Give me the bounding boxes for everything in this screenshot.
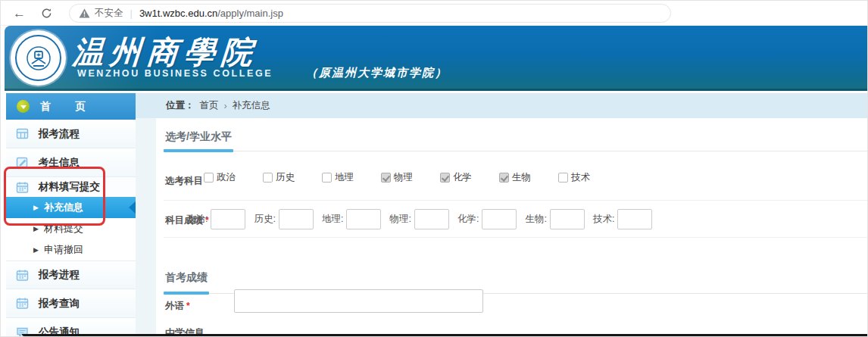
scores-input-row: 政治: 历史: 地理: 物理: 化学:	[186, 209, 660, 229]
submenu-arrow-icon: ▶	[33, 204, 39, 211]
foreign-language-label: 外语*	[165, 300, 190, 313]
sidebar-item-application-query[interactable]: 报考查询	[6, 289, 136, 318]
checkbox-history[interactable]	[263, 173, 273, 183]
sidebar-subitem-material-submit[interactable]: ▶ 材料提交	[6, 218, 136, 239]
checkbox-chemistry[interactable]	[440, 173, 450, 183]
required-asterisk: *	[186, 301, 190, 311]
calendar-icon	[16, 269, 29, 282]
calendar-icon	[16, 297, 29, 310]
sidebar-subitem-withdraw-application[interactable]: ▶ 申请撤回	[6, 239, 136, 261]
sidebar-item-home[interactable]: 首 页	[6, 93, 136, 120]
subject-checkbox-item[interactable]: 地理	[322, 171, 381, 184]
breadcrumb: 位置： 首页 › 补充信息	[136, 93, 868, 118]
subject-checkbox-item[interactable]: 化学	[440, 171, 499, 184]
security-warning-label[interactable]: 不安全	[95, 7, 123, 20]
checkbox-biology[interactable]	[499, 173, 509, 183]
site-header-banner: 温州商學院 WENZHOU BUSINESS COLLEGE （原温州大学城市学…	[5, 26, 868, 91]
sidebar-subitem-label: 补充信息	[44, 201, 83, 214]
main-content: 位置： 首页 › 补充信息 选考/学业水平 选考科目* 政治 历史	[136, 93, 868, 337]
sidebar-item-label: 材料填写提交	[39, 180, 100, 194]
sidebar-item-label: 考生信息	[39, 156, 80, 170]
address-divider: |	[130, 8, 133, 19]
subjects-checkbox-row: 政治 历史 地理 物理 化学	[204, 171, 617, 184]
breadcrumb-home-link[interactable]: 首页	[200, 99, 219, 112]
breadcrumb-separator-icon: ›	[224, 101, 227, 111]
submenu-arrow-icon: ▶	[33, 225, 39, 232]
checkbox-geography[interactable]	[322, 173, 332, 183]
sidebar-item-candidate-info[interactable]: 考生信息	[6, 148, 136, 177]
subject-checkbox-item[interactable]: 政治	[204, 171, 263, 184]
browser-toolbar: ← 不安全 | 3w1t.wzbc.edu.cn /apply/main.jsp	[1, 1, 868, 26]
school-name-english: WENZHOU BUSINESS COLLEGE	[77, 68, 273, 79]
subject-checkbox-item[interactable]: 历史	[263, 171, 322, 184]
school-logo	[11, 30, 66, 86]
sidebar-subitem-label: 申请撤回	[44, 243, 83, 257]
sidebar-subitem-supplementary-info[interactable]: ▶ 补充信息	[6, 197, 136, 218]
score-group-biology: 生物:	[525, 209, 584, 229]
grid-icon	[16, 127, 29, 140]
score-input-physics[interactable]	[414, 209, 449, 229]
browser-window: ← 不安全 | 3w1t.wzbc.edu.cn /apply/main.jsp	[0, 0, 868, 337]
score-group-technology: 技术:	[593, 209, 652, 229]
score-group-chemistry: 化学:	[457, 209, 517, 229]
submenu-arrow-icon: ▶	[33, 246, 39, 254]
chevron-down-circle-icon	[17, 100, 30, 113]
url-domain[interactable]: 3w1t.wzbc.edu.cn	[139, 8, 217, 19]
subject-checkbox-item[interactable]: 技术	[558, 171, 617, 184]
subject-checkbox-item[interactable]: 生物	[499, 171, 558, 184]
score-input-geography[interactable]	[346, 209, 381, 229]
section-title-selective-exam: 选考/学业水平	[165, 130, 232, 144]
row-divider	[164, 200, 868, 201]
sidebar-item-material-submit-group[interactable]: 材料填写提交	[6, 177, 136, 197]
edit-icon	[16, 156, 29, 169]
address-bar[interactable]: 不安全 | 3w1t.wzbc.edu.cn /apply/main.jsp	[69, 4, 671, 23]
sidebar-item-label: 报考进程	[39, 268, 80, 282]
sidebar-item-application-progress[interactable]: 报考进程	[6, 261, 136, 289]
sidebar-home-label: 首 页	[40, 100, 96, 114]
window-bottom-edge	[22, 334, 867, 336]
score-group-physics: 物理:	[389, 209, 448, 229]
school-former-name: （原温州大学城市学院）	[306, 66, 448, 80]
sidebar-item-label: 报考查询	[39, 297, 80, 310]
score-input-history[interactable]	[279, 209, 314, 229]
score-input-politics[interactable]	[211, 209, 245, 229]
score-group-politics: 政治:	[186, 209, 245, 229]
row-divider	[164, 237, 868, 238]
subjects-field-label: 选考科目*	[165, 175, 209, 188]
sidebar-item-application-process[interactable]: 报考流程	[6, 120, 136, 148]
sidebar-nav: 首 页 报考流程 考生信息 材料填写提交 ▶ 补充信息 ▶	[6, 93, 136, 337]
breadcrumb-prefix: 位置：	[166, 99, 195, 112]
back-icon[interactable]: ←	[13, 7, 26, 20]
url-path[interactable]: /apply/main.jsp	[217, 8, 283, 19]
section-title-underline	[164, 292, 209, 295]
refresh-icon[interactable]	[41, 8, 52, 19]
checkbox-physics[interactable]	[381, 173, 391, 183]
security-warning-icon[interactable]	[79, 8, 90, 18]
checkbox-technology[interactable]	[558, 173, 568, 183]
score-group-geography: 地理:	[322, 209, 381, 229]
sidebar-item-label: 报考流程	[39, 127, 80, 141]
section-divider	[164, 151, 868, 151]
subject-checkbox-item[interactable]: 物理	[381, 171, 440, 184]
sidebar-subitem-label: 材料提交	[44, 222, 83, 236]
score-group-history: 历史:	[254, 209, 313, 229]
section-title-underline	[164, 149, 233, 152]
calendar-icon	[16, 181, 29, 194]
form-panel: 选考/学业水平 选考科目* 政治 历史 地理	[156, 118, 868, 337]
school-name-chinese: 温州商學院	[71, 32, 260, 73]
school-seal-icon	[15, 35, 61, 81]
score-input-chemistry[interactable]	[482, 209, 517, 229]
score-input-biology[interactable]	[550, 209, 585, 229]
breadcrumb-current: 补充信息	[233, 99, 270, 112]
section-title-first-exam: 首考成绩	[165, 271, 208, 285]
score-input-technology[interactable]	[617, 209, 652, 229]
checkbox-politics[interactable]	[204, 173, 214, 183]
foreign-language-input[interactable]	[234, 289, 483, 313]
